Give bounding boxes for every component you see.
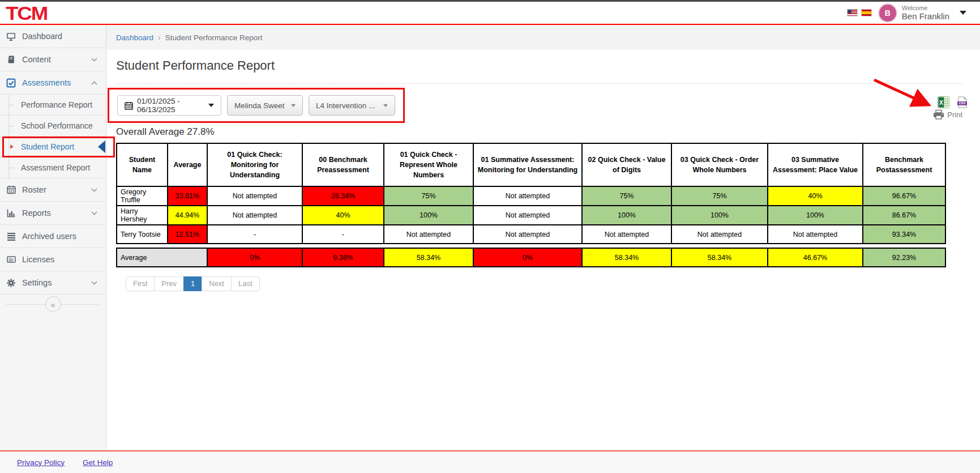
- sidebar-item-assessments[interactable]: Assessments: [0, 71, 106, 95]
- average-score-cell: 58.34%: [582, 248, 671, 267]
- column-header: 01 Summative Assessment: Monitoring for …: [473, 143, 582, 186]
- score-cell: 75%: [384, 186, 473, 206]
- table-zone: Student NameAverage01 Quick Check: Monit…: [116, 143, 980, 291]
- score-cell: 44.94%: [168, 206, 207, 225]
- annotation-box-filters: 01/01/2025 - 06/13/2025 Melinda Sweet L4…: [108, 88, 405, 123]
- score-cell: Not attempted: [473, 186, 582, 206]
- sidebar-item-label: Performance Report: [21, 100, 92, 109]
- welcome-label: Welcome: [902, 5, 949, 12]
- sidebar-item-assessment-report[interactable]: Assessment Report: [0, 157, 106, 178]
- user-menu-caret-icon[interactable]: [960, 11, 966, 15]
- privacy-policy-link[interactable]: Privacy Policy: [17, 458, 65, 467]
- score-cell: 75%: [671, 186, 768, 206]
- sidebar: Dashboard Content Assessments Performanc…: [0, 25, 106, 450]
- app-footer: Privacy Policy Get Help: [0, 450, 980, 473]
- csv-export-icon[interactable]: CSV: [956, 96, 968, 108]
- column-header: 01 Quick Check - Represent Whole Numbers: [384, 143, 473, 186]
- average-score-cell: 46.67%: [768, 248, 863, 267]
- class-select[interactable]: L4 Intervention ...: [309, 95, 395, 116]
- table-row: Terry Tootsie12.51%--Not attemptedNot at…: [117, 225, 945, 244]
- sidebar-item-dashboard[interactable]: Dashboard: [0, 25, 106, 48]
- teacher-select[interactable]: Melinda Sweet: [227, 95, 303, 116]
- get-help-link[interactable]: Get Help: [83, 458, 113, 467]
- score-cell: 12.51%: [168, 225, 207, 244]
- chevron-down-icon: [91, 281, 97, 285]
- performance-table: Student NameAverage01 Quick Check: Monit…: [116, 143, 946, 244]
- sidebar-item-label: Licenses: [22, 255, 54, 264]
- gear-icon: [6, 278, 16, 288]
- avatar[interactable]: B: [879, 5, 896, 22]
- active-item-marker: [98, 140, 105, 153]
- checkbox-icon: [6, 78, 16, 88]
- score-cell: 100%: [768, 206, 863, 225]
- pagination-first[interactable]: First: [126, 276, 155, 291]
- sidebar-item-content[interactable]: Content: [0, 48, 106, 71]
- content-body: Student Performance Report 01/01/2025 - …: [106, 50, 980, 450]
- score-cell: 100%: [582, 206, 671, 225]
- sidebar-item-student-report[interactable]: Student Report: [0, 137, 106, 157]
- tcm-logo[interactable]: TCM: [6, 5, 47, 22]
- student-name-cell: Harry Hershey: [117, 206, 168, 225]
- us-flag-icon[interactable]: [848, 10, 857, 16]
- sidebar-item-archived-users[interactable]: Archived users: [0, 225, 106, 248]
- print-button[interactable]: Print: [933, 109, 968, 120]
- pagination-next[interactable]: Next: [202, 276, 232, 291]
- sidebar-collapse-row: «: [0, 295, 106, 314]
- sidebar-item-label: School Performance: [21, 121, 93, 130]
- sidebar-item-school-performance[interactable]: School Performance: [0, 116, 106, 137]
- pagination-prev[interactable]: Prev: [154, 276, 184, 291]
- average-score-cell: 9.38%: [302, 248, 384, 267]
- pagination-1[interactable]: 1: [183, 276, 202, 291]
- monitor-icon: [6, 32, 16, 41]
- score-cell: 93.34%: [863, 225, 945, 244]
- class-select-value: L4 Intervention ...: [316, 101, 375, 110]
- column-header: 03 Summative Assessment: Place Value: [768, 143, 863, 186]
- breadcrumb-dashboard-link[interactable]: Dashboard: [116, 33, 153, 42]
- svg-text:CSV: CSV: [959, 101, 966, 105]
- sidebar-item-licenses[interactable]: Licenses: [0, 248, 106, 271]
- average-score-cell: 58.34%: [671, 248, 768, 267]
- header-right: B Welcome Ben Franklin: [848, 5, 980, 22]
- score-cell: Not attempted: [671, 225, 768, 244]
- date-range-picker[interactable]: 01/01/2025 - 06/13/2025: [117, 95, 221, 116]
- average-score-cell: 58.34%: [384, 248, 473, 267]
- pagination: FirstPrev1NextLast: [126, 276, 260, 291]
- date-range-value: 01/01/2025 - 06/13/2025: [137, 97, 203, 114]
- app-header: TCM B Welcome Ben Franklin: [0, 2, 980, 25]
- score-cell: 33.81%: [168, 186, 207, 206]
- score-cell: Not attempted: [207, 186, 302, 206]
- export-cluster: X CSV Print: [933, 96, 968, 120]
- caret-down-icon: [291, 104, 296, 107]
- sidebar-item-roster[interactable]: Roster: [0, 178, 106, 202]
- sidebar-item-label: Roster: [22, 185, 46, 194]
- pagination-last[interactable]: Last: [231, 276, 260, 291]
- column-header: Student Name: [117, 143, 168, 186]
- column-header: 03 Quick Check - Order Whole Numbers: [671, 143, 768, 186]
- score-cell: 100%: [384, 206, 473, 225]
- column-header: 00 Benchmark Preassessment: [302, 143, 384, 186]
- sidebar-item-label: Archived users: [22, 232, 76, 241]
- book-icon: [6, 55, 16, 65]
- average-score-cell: 0%: [207, 248, 302, 267]
- excel-export-icon[interactable]: X: [938, 96, 949, 108]
- caret-down-icon: [383, 104, 388, 107]
- welcome-block: Welcome Ben Franklin: [902, 5, 949, 22]
- chevron-down-icon: [91, 211, 97, 215]
- score-cell: -: [302, 225, 384, 244]
- sidebar-item-settings[interactable]: Settings: [0, 271, 106, 295]
- spain-flag-icon[interactable]: [862, 10, 871, 16]
- column-header: Average: [168, 143, 207, 186]
- breadcrumb-current: Student Performance Report: [165, 33, 263, 42]
- svg-text:X: X: [939, 99, 944, 106]
- table-header-row: Student NameAverage01 Quick Check: Monit…: [117, 143, 945, 186]
- score-cell: 28.34%: [302, 186, 384, 206]
- column-header: 01 Quick Check: Monitoring for Understan…: [207, 143, 302, 186]
- sidebar-collapse-button[interactable]: «: [45, 296, 61, 312]
- sidebar-item-label: Assessment Report: [21, 163, 90, 172]
- sidebar-item-performance-report[interactable]: Performance Report: [0, 95, 106, 116]
- score-cell: Not attempted: [473, 206, 582, 225]
- sidebar-item-reports[interactable]: Reports: [0, 202, 106, 225]
- calendar-icon: [125, 101, 133, 110]
- printer-icon: [933, 109, 944, 120]
- column-header: Benchmark Postassessment: [863, 143, 945, 186]
